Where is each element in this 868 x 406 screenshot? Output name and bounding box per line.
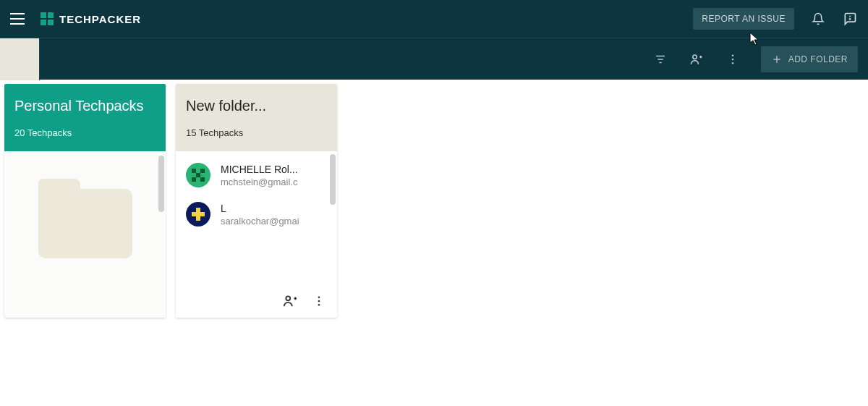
- svg-point-6: [731, 58, 733, 60]
- folder-title: New folder...: [186, 97, 327, 114]
- svg-point-0: [850, 19, 851, 20]
- scrollbar-thumb[interactable]: [330, 154, 336, 205]
- vertical-dots-icon: [312, 295, 326, 308]
- top-nav: TECHPACKER REPORT AN ISSUE: [0, 0, 868, 38]
- folder-subtitle: 15 Techpacks: [186, 127, 327, 138]
- scrollbar-thumb[interactable]: [158, 156, 164, 212]
- member-name: MICHELLE Rol...: [221, 164, 298, 175]
- vertical-dots-icon: [726, 53, 739, 66]
- subbar-divider: [39, 38, 40, 80]
- brand-name: TECHPACKER: [59, 13, 141, 25]
- add-folder-button[interactable]: ADD FOLDER: [761, 46, 858, 72]
- share-people-button[interactable]: [689, 51, 705, 67]
- member-row[interactable]: L saralkochar@gmai: [186, 202, 327, 227]
- person-plus-icon: [282, 293, 298, 309]
- member-row[interactable]: MICHELLE Rol... mchstein@gmail.c: [186, 163, 327, 187]
- filter-icon: [654, 53, 667, 66]
- report-issue-label: REPORT AN ISSUE: [702, 14, 786, 24]
- folder-card-newfolder[interactable]: New folder... 15 Techpacks MICHELLE Rol.…: [176, 84, 337, 318]
- svg-point-5: [731, 54, 733, 56]
- menu-button[interactable]: [10, 10, 27, 28]
- member-email: mchstein@gmail.c: [221, 177, 298, 187]
- subbar-left-edge: [0, 38, 39, 80]
- report-issue-button[interactable]: REPORT AN ISSUE: [693, 8, 794, 30]
- more-options-button[interactable]: [725, 51, 741, 67]
- notifications-button[interactable]: [810, 11, 826, 27]
- folder-body: [4, 151, 166, 318]
- svg-point-4: [692, 55, 696, 59]
- avatar: [186, 202, 210, 227]
- add-member-button[interactable]: [282, 293, 298, 309]
- logo-icon: [41, 12, 54, 25]
- avatar-pixel-icon: [192, 169, 205, 182]
- folder-footer: [176, 287, 337, 318]
- avatar-pixel-icon: [192, 208, 205, 221]
- folders-grid: Personal Techpacks 20 Techpacks New fold…: [0, 80, 868, 322]
- secondary-bar: ADD FOLDER: [0, 38, 868, 80]
- folder-card-personal[interactable]: Personal Techpacks 20 Techpacks: [4, 84, 166, 318]
- folder-subtitle: 20 Techpacks: [14, 127, 156, 138]
- avatar: [186, 163, 210, 187]
- plus-icon: [771, 54, 783, 65]
- filter-button[interactable]: [652, 51, 668, 67]
- member-info: MICHELLE Rol... mchstein@gmail.c: [221, 164, 298, 187]
- folder-body: MICHELLE Rol... mchstein@gmail.c L saral…: [176, 151, 337, 287]
- member-name: L: [221, 203, 299, 214]
- help-button[interactable]: [842, 11, 858, 27]
- top-nav-right: REPORT AN ISSUE: [693, 8, 858, 30]
- svg-point-15: [318, 304, 320, 306]
- subbar-actions: ADD FOLDER: [652, 46, 858, 72]
- person-share-icon: [689, 52, 704, 67]
- folder-header: New folder... 15 Techpacks: [176, 84, 337, 151]
- svg-point-14: [318, 300, 320, 303]
- folder-icon: [38, 179, 132, 258]
- folder-title: Personal Techpacks: [14, 97, 156, 114]
- svg-point-13: [318, 296, 320, 298]
- folder-more-button[interactable]: [311, 293, 327, 309]
- folder-header: Personal Techpacks 20 Techpacks: [4, 84, 166, 151]
- help-chat-icon: [843, 12, 857, 26]
- member-email: saralkochar@gmai: [221, 216, 299, 227]
- brand-logo[interactable]: TECHPACKER: [41, 12, 141, 25]
- svg-point-10: [286, 296, 290, 300]
- svg-point-7: [731, 62, 733, 64]
- bell-icon: [812, 12, 825, 25]
- add-folder-label: ADD FOLDER: [788, 54, 848, 64]
- member-info: L saralkochar@gmai: [221, 203, 299, 227]
- top-nav-left: TECHPACKER: [10, 10, 141, 28]
